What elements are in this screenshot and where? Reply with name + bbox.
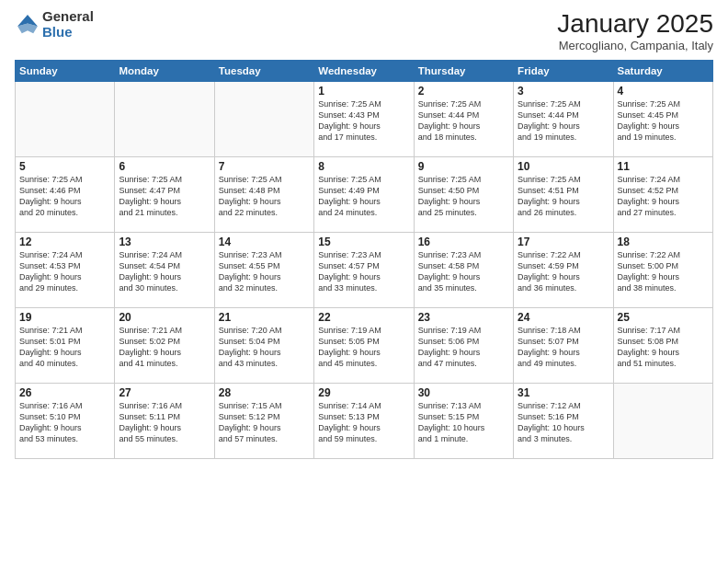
day-info: Sunrise: 7:25 AMSunset: 4:49 PMDaylight:… xyxy=(318,174,409,219)
calendar-cell: 31Sunrise: 7:12 AMSunset: 5:16 PMDayligh… xyxy=(514,384,613,459)
header: General Blue January 2025 Mercogliano, C… xyxy=(15,9,713,52)
weekday-header-monday: Monday xyxy=(115,61,214,82)
day-number: 21 xyxy=(219,311,310,324)
day-number: 1 xyxy=(318,85,409,98)
day-number: 4 xyxy=(618,85,709,98)
day-info: Sunrise: 7:14 AMSunset: 5:13 PMDaylight:… xyxy=(318,400,409,445)
page: General Blue January 2025 Mercogliano, C… xyxy=(0,0,728,563)
day-info: Sunrise: 7:22 AMSunset: 5:00 PMDaylight:… xyxy=(618,249,709,294)
day-info: Sunrise: 7:22 AMSunset: 4:59 PMDaylight:… xyxy=(518,249,609,294)
day-info: Sunrise: 7:25 AMSunset: 4:46 PMDaylight:… xyxy=(19,174,110,219)
day-number: 26 xyxy=(19,386,110,399)
day-number: 5 xyxy=(19,160,110,173)
day-info: Sunrise: 7:16 AMSunset: 5:10 PMDaylight:… xyxy=(19,400,110,445)
day-number: 8 xyxy=(318,160,409,173)
calendar-cell: 23Sunrise: 7:19 AMSunset: 5:06 PMDayligh… xyxy=(414,308,513,384)
day-info: Sunrise: 7:25 AMSunset: 4:48 PMDaylight:… xyxy=(219,174,310,219)
week-row-0: 1Sunrise: 7:25 AMSunset: 4:43 PMDaylight… xyxy=(16,82,713,157)
day-number: 23 xyxy=(418,311,509,324)
calendar-cell: 3Sunrise: 7:25 AMSunset: 4:44 PMDaylight… xyxy=(514,82,613,157)
day-info: Sunrise: 7:21 AMSunset: 5:02 PMDaylight:… xyxy=(119,325,210,370)
calendar-cell: 14Sunrise: 7:23 AMSunset: 4:55 PMDayligh… xyxy=(214,233,313,308)
day-number: 27 xyxy=(119,386,210,399)
logo-icon xyxy=(15,12,40,38)
day-info: Sunrise: 7:23 AMSunset: 4:58 PMDaylight:… xyxy=(418,249,509,294)
day-info: Sunrise: 7:25 AMSunset: 4:45 PMDaylight:… xyxy=(618,98,709,144)
calendar-cell: 7Sunrise: 7:25 AMSunset: 4:48 PMDaylight… xyxy=(214,157,313,233)
calendar-cell: 4Sunrise: 7:25 AMSunset: 4:45 PMDaylight… xyxy=(613,82,712,157)
calendar-cell: 25Sunrise: 7:17 AMSunset: 5:08 PMDayligh… xyxy=(613,308,712,384)
day-info: Sunrise: 7:23 AMSunset: 4:57 PMDaylight:… xyxy=(318,249,409,294)
day-number: 14 xyxy=(219,236,310,248)
day-info: Sunrise: 7:21 AMSunset: 5:01 PMDaylight:… xyxy=(19,325,110,370)
weekday-header-friday: Friday xyxy=(514,61,613,82)
week-row-2: 12Sunrise: 7:24 AMSunset: 4:53 PMDayligh… xyxy=(16,233,713,308)
weekday-header-sunday: Sunday xyxy=(16,61,115,82)
day-info: Sunrise: 7:18 AMSunset: 5:07 PMDaylight:… xyxy=(518,325,609,370)
day-number: 3 xyxy=(518,85,609,98)
calendar-cell: 8Sunrise: 7:25 AMSunset: 4:49 PMDaylight… xyxy=(314,157,414,233)
weekday-header-saturday: Saturday xyxy=(613,61,712,82)
calendar-cell: 18Sunrise: 7:22 AMSunset: 5:00 PMDayligh… xyxy=(613,233,712,308)
day-info: Sunrise: 7:19 AMSunset: 5:06 PMDaylight:… xyxy=(418,325,509,370)
calendar-cell: 19Sunrise: 7:21 AMSunset: 5:01 PMDayligh… xyxy=(16,308,115,384)
day-number: 24 xyxy=(518,311,609,324)
day-info: Sunrise: 7:25 AMSunset: 4:44 PMDaylight:… xyxy=(418,98,509,144)
location: Mercogliano, Campania, Italy xyxy=(557,39,713,52)
calendar-cell: 9Sunrise: 7:25 AMSunset: 4:50 PMDaylight… xyxy=(414,157,513,233)
day-number: 17 xyxy=(518,236,609,248)
day-number: 22 xyxy=(318,311,409,324)
weekday-header-wednesday: Wednesday xyxy=(314,61,414,82)
day-info: Sunrise: 7:24 AMSunset: 4:52 PMDaylight:… xyxy=(618,174,709,219)
day-info: Sunrise: 7:19 AMSunset: 5:05 PMDaylight:… xyxy=(318,325,409,370)
week-row-4: 26Sunrise: 7:16 AMSunset: 5:10 PMDayligh… xyxy=(16,384,713,459)
calendar-cell xyxy=(613,384,712,459)
logo-text: General Blue xyxy=(42,9,94,40)
calendar-cell: 16Sunrise: 7:23 AMSunset: 4:58 PMDayligh… xyxy=(414,233,513,308)
calendar-cell: 6Sunrise: 7:25 AMSunset: 4:47 PMDaylight… xyxy=(115,157,214,233)
day-number: 7 xyxy=(219,160,310,173)
day-number: 16 xyxy=(418,236,509,248)
calendar-cell: 11Sunrise: 7:24 AMSunset: 4:52 PMDayligh… xyxy=(613,157,712,233)
day-info: Sunrise: 7:25 AMSunset: 4:43 PMDaylight:… xyxy=(318,98,409,144)
calendar-cell: 13Sunrise: 7:24 AMSunset: 4:54 PMDayligh… xyxy=(115,233,214,308)
day-info: Sunrise: 7:13 AMSunset: 5:15 PMDaylight:… xyxy=(418,400,509,445)
calendar-cell: 20Sunrise: 7:21 AMSunset: 5:02 PMDayligh… xyxy=(115,308,214,384)
day-info: Sunrise: 7:23 AMSunset: 4:55 PMDaylight:… xyxy=(219,249,310,294)
day-info: Sunrise: 7:17 AMSunset: 5:08 PMDaylight:… xyxy=(618,325,709,370)
logo: General Blue xyxy=(15,9,94,40)
day-info: Sunrise: 7:24 AMSunset: 4:53 PMDaylight:… xyxy=(19,249,110,294)
day-number: 29 xyxy=(318,386,409,399)
calendar-cell: 2Sunrise: 7:25 AMSunset: 4:44 PMDaylight… xyxy=(414,82,513,157)
logo-blue: Blue xyxy=(42,25,94,40)
day-number: 25 xyxy=(618,311,709,324)
calendar-cell: 22Sunrise: 7:19 AMSunset: 5:05 PMDayligh… xyxy=(314,308,414,384)
day-number: 30 xyxy=(418,386,509,399)
calendar-cell: 1Sunrise: 7:25 AMSunset: 4:43 PMDaylight… xyxy=(314,82,414,157)
calendar-cell: 29Sunrise: 7:14 AMSunset: 5:13 PMDayligh… xyxy=(314,384,414,459)
calendar-cell: 30Sunrise: 7:13 AMSunset: 5:15 PMDayligh… xyxy=(414,384,513,459)
calendar-cell: 17Sunrise: 7:22 AMSunset: 4:59 PMDayligh… xyxy=(514,233,613,308)
day-info: Sunrise: 7:25 AMSunset: 4:51 PMDaylight:… xyxy=(518,174,609,219)
calendar: SundayMondayTuesdayWednesdayThursdayFrid… xyxy=(15,60,713,459)
weekday-header-row: SundayMondayTuesdayWednesdayThursdayFrid… xyxy=(16,61,713,82)
day-number: 10 xyxy=(518,160,609,173)
calendar-cell: 27Sunrise: 7:16 AMSunset: 5:11 PMDayligh… xyxy=(115,384,214,459)
day-number: 28 xyxy=(219,386,310,399)
day-number: 2 xyxy=(418,85,509,98)
month-title: January 2025 xyxy=(557,9,713,39)
day-info: Sunrise: 7:24 AMSunset: 4:54 PMDaylight:… xyxy=(119,249,210,294)
calendar-cell: 12Sunrise: 7:24 AMSunset: 4:53 PMDayligh… xyxy=(16,233,115,308)
day-number: 20 xyxy=(119,311,210,324)
calendar-cell xyxy=(16,82,115,157)
calendar-cell xyxy=(214,82,313,157)
calendar-cell xyxy=(115,82,214,157)
week-row-3: 19Sunrise: 7:21 AMSunset: 5:01 PMDayligh… xyxy=(16,308,713,384)
day-info: Sunrise: 7:16 AMSunset: 5:11 PMDaylight:… xyxy=(119,400,210,445)
day-info: Sunrise: 7:15 AMSunset: 5:12 PMDaylight:… xyxy=(219,400,310,445)
day-info: Sunrise: 7:20 AMSunset: 5:04 PMDaylight:… xyxy=(219,325,310,370)
title-block: January 2025 Mercogliano, Campania, Ital… xyxy=(557,9,713,52)
calendar-cell: 21Sunrise: 7:20 AMSunset: 5:04 PMDayligh… xyxy=(214,308,313,384)
day-number: 31 xyxy=(518,386,609,399)
calendar-cell: 15Sunrise: 7:23 AMSunset: 4:57 PMDayligh… xyxy=(314,233,414,308)
